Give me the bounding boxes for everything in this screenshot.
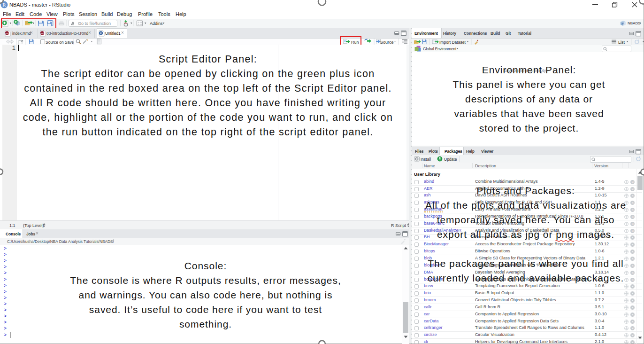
svg-text:md: md <box>40 32 44 35</box>
svg-text:R: R <box>2 2 6 8</box>
svg-text:md: md <box>5 32 9 35</box>
svg-text:R: R <box>100 32 102 35</box>
svg-text:R: R <box>622 22 624 25</box>
